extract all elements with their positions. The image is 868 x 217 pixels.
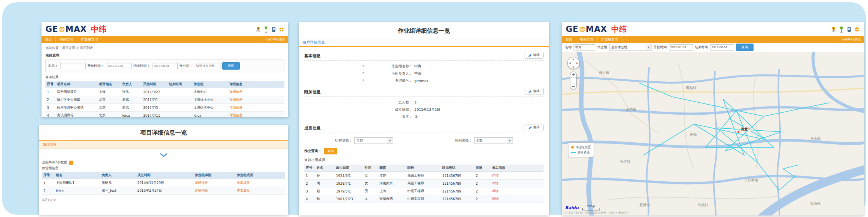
extra-info-section-header: 附加信息 编辑 [304, 88, 544, 97]
group-list-label: 作业组信息： [42, 166, 288, 171]
detail-header-bar: 用户详细信息 [299, 38, 549, 47]
project-detail-link[interactable]: 详细信息 [229, 98, 243, 102]
map-search-button[interactable]: 查询 [736, 44, 754, 51]
table-row: 2leica张三_test2016年2月24日详细信息查看成员 [42, 187, 285, 195]
nav-user-info[interactable]: GeoMax测试 [842, 37, 864, 42]
end-time-label: 结束时间： [133, 64, 150, 68]
projects-page-panel: GE MAX 中纬 首页 项目管理 作业组管理 GeoMax测试 当前位置：项目… [42, 22, 288, 117]
nav-item-home[interactable]: 首页 [562, 36, 576, 43]
zoom-in-button[interactable]: + [570, 72, 576, 78]
member-detail-link[interactable]: 详情 [492, 189, 499, 193]
user-detail-link[interactable]: 用户详细信息 [299, 40, 325, 45]
prism-target-icon [854, 26, 860, 33]
end-date-input[interactable] [710, 44, 734, 51]
zoom-slider[interactable] [570, 78, 576, 84]
nav-user-info[interactable]: GeoMax测试 [266, 37, 288, 42]
map-attribution: Baidu 200米 [565, 205, 599, 210]
nav-item-home[interactable]: 首页 [42, 36, 56, 43]
logo-ge: GE [566, 24, 579, 34]
project-name-input[interactable] [60, 63, 86, 69]
field-row: *作业组名称：中海 [362, 64, 544, 69]
end-date-input[interactable] [152, 63, 178, 69]
field-row: *小组负责人：中海 [362, 71, 544, 76]
refresh-icon[interactable] [69, 161, 73, 165]
map-canvas[interactable]: 测量1 高行镇 金桥镇 曹路镇 唐镇 张江镇 川沙新镇 合庆镇 六灶村 宣桥镇 … [562, 52, 864, 215]
table-row: 1孙1924/6/1女江苏高级工程师1214567892详情 [304, 172, 544, 180]
gnss-receiver-icon [839, 26, 844, 33]
projects-page-body: 当前位置：项目管理 > 项目列表 项目查询 名称： 开始时间： 结束时间： 作业… [42, 43, 288, 117]
group-detail-link[interactable]: 详细信息 [195, 181, 208, 185]
edit-extra-button[interactable]: 编辑 [525, 88, 544, 95]
edit-basic-button[interactable]: 编辑 [525, 52, 544, 59]
search-section-title: 项目查询 [45, 53, 284, 58]
title-select[interactable]: 全部▼ [354, 137, 393, 144]
record-count-text: 当前共有2条数据 [42, 160, 67, 165]
device-icons [831, 26, 860, 33]
zoom-out-button[interactable]: − [570, 84, 576, 89]
scale-label: 200米 [582, 205, 599, 208]
basic-info-fields: *作业组名称：中海 *小组负责人：中海 *查询账号：geomax [362, 64, 544, 83]
nav-item-projects[interactable]: 项目管理 [56, 36, 77, 43]
field-row: 备注：无 [362, 114, 544, 119]
member-detail-link[interactable]: 详情 [492, 173, 499, 177]
map-pan-control[interactable]: ▲ ▼ ◀ ▶ [567, 57, 580, 69]
table-row: 2徐汇区中心测试北京测试2017/7/1上海技术中心详细信息 [45, 96, 284, 104]
page-title: 作业组详细信息一览 [299, 22, 549, 35]
extra-info-fields: 总人数：4 成立日期：2015年12月1日 备注：无 [362, 100, 544, 119]
track-name-label: 测量1 [740, 127, 750, 131]
project-detail-link[interactable]: 详细信息 [229, 113, 243, 117]
project-detail-link[interactable]: 详细信息 [229, 105, 243, 109]
gender-select[interactable]: 全部▼ [474, 137, 513, 144]
pan-left-icon[interactable]: ◀ [569, 61, 571, 64]
pencil-icon [528, 54, 532, 57]
pan-right-icon[interactable]: ▶ [576, 61, 578, 64]
nav-item-groups[interactable]: 作业组管理 [77, 36, 102, 43]
svg-text:金桥镇: 金桥镇 [626, 107, 636, 111]
group-input[interactable] [195, 63, 220, 69]
svg-text:机场镇: 机场镇 [810, 201, 821, 205]
view-members-link[interactable]: 查看成员 [237, 181, 250, 185]
baidu-logo: Baidu [565, 205, 579, 210]
start-date-input[interactable] [106, 63, 132, 69]
group-name-input[interactable] [573, 44, 595, 51]
nav-item-groups[interactable]: 作业组管理 [598, 36, 622, 43]
track-marker[interactable] [737, 131, 739, 133]
map-zoom-control[interactable]: + − [570, 72, 577, 89]
nav-item-projects[interactable]: 项目管理 [576, 36, 598, 43]
map-filter-bar: 名称 作业组 全部作业组▼ 开始时间 结束时间 查询 [562, 43, 864, 52]
name-label: 名称 [565, 45, 572, 50]
logo-max: MAX [586, 24, 607, 34]
controller-icon [271, 26, 277, 33]
gnss-receiver-icon [263, 26, 269, 33]
total-station-icon [255, 26, 261, 33]
table-header-row: 序号 姓名 出生日期 性别 籍贯 职称 联系电话 仪器 员工信息 [304, 164, 544, 172]
groups-table: 序号 组名 负责人 成立时间 作业组详情 作业组成员 1上海测量队1张晓凡201… [42, 172, 285, 195]
name-label: 名称： [48, 64, 58, 68]
project-detail-link[interactable]: 详细信息 [229, 90, 243, 94]
pan-up-icon[interactable]: ▲ [572, 58, 574, 60]
start-time-label: 开始时间： [88, 64, 104, 68]
start-date-input[interactable] [669, 44, 693, 51]
group-detail-link[interactable]: 详细信息 [195, 189, 208, 192]
member-query-button[interactable]: 查询 [324, 148, 337, 154]
table-row: 4钱1981/7/23女安徽合肥中级工程师1214567892详情 [304, 195, 544, 203]
group-select[interactable]: 全部作业组▼ [609, 44, 652, 51]
section-title: 基本信息 [304, 53, 321, 59]
section-title: 附加信息 [304, 89, 321, 95]
table-row: 3赵1979/5/1男上海中级工程师1214567892详情 [304, 187, 544, 195]
project-search-form: 名称： 开始时间： 结束时间： 作业组： 查询 [45, 60, 284, 72]
main-navbar: 首页 项目管理 作业组管理 GeoMax测试 [42, 36, 288, 43]
search-button[interactable]: 查询 [222, 62, 240, 70]
track-line-icon [571, 152, 576, 153]
member-detail-link[interactable]: 详情 [492, 197, 499, 201]
view-members-link[interactable]: 查看成员 [237, 189, 250, 192]
tab-project-info[interactable]: 项目信息 [39, 142, 61, 147]
start-time-label: 开始时间 [654, 45, 667, 50]
logo-cn: 中纬 [91, 24, 106, 35]
collapse-toggle[interactable] [39, 151, 288, 159]
edit-members-button[interactable]: 编辑 [525, 124, 544, 131]
pan-down-icon[interactable]: ▼ [572, 66, 574, 68]
chevron-down-icon: ▼ [507, 138, 513, 144]
member-detail-link[interactable]: 详情 [492, 181, 499, 185]
logo-max: MAX [66, 24, 87, 34]
